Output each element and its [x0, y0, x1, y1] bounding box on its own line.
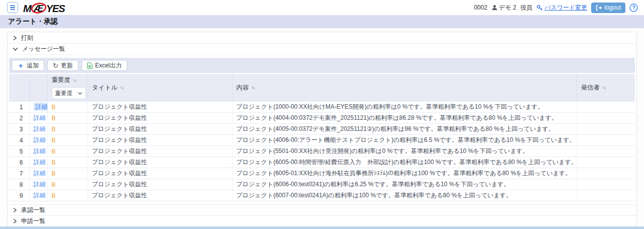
page-title: アラート・承認: [8, 17, 58, 26]
excel-export-button[interactable]: Excel出力: [82, 60, 127, 71]
user-name: デモ 2: [499, 4, 517, 12]
detail-cell: 詳細: [29, 179, 47, 190]
chevron-right-icon: [13, 207, 17, 213]
importance-cell: B: [47, 179, 88, 190]
detail-link[interactable]: 詳細: [34, 136, 46, 143]
importance-sort-header[interactable]: 重要度 ↑↓: [52, 76, 84, 85]
table-header-row: 重要度 ↑↓ 重要度 タイトル ↑↓: [9, 74, 635, 102]
question-icon: ?: [629, 4, 638, 12]
logout-icon: [596, 5, 602, 11]
table-row: 2 詳細 B プロジェクト収益性 プロジェクト(4004-00:0372デモ案件…: [9, 113, 635, 124]
chevron-down-icon: [13, 47, 18, 51]
importance-cell: B: [47, 168, 88, 179]
content-cell: プロジェクト(4004-00:0372デモ案件_20251121)の粗利率は86…: [232, 113, 577, 124]
hamburger-menu-button[interactable]: [7, 2, 18, 13]
content-cell: プロジェクト(6006-00:test0241)の粗利率は6.25 %です。基準…: [232, 179, 577, 190]
sender-cell: [577, 190, 635, 201]
sender-cell: [577, 124, 635, 135]
message-table: 重要度 ↑↓ 重要度 タイトル ↑↓: [9, 74, 635, 201]
plus-icon: ＋: [17, 62, 24, 69]
logo-text-yes: YES: [46, 3, 65, 14]
col-row-number: [9, 74, 29, 102]
page-title-bar: アラート・承認: [0, 15, 644, 28]
key-icon: [536, 5, 543, 11]
content-cell: プロジェクト(6005-00:時間管理/経費伝票入力 外部設計)の粗利率は100…: [232, 157, 577, 168]
user-role: 役員: [520, 4, 532, 12]
title-cell: プロジェクト収益性: [88, 113, 232, 124]
row-number-cell: 1: [9, 102, 29, 113]
section-dakoku[interactable]: 打刻: [8, 32, 636, 43]
sort-icon: ↑↓: [252, 85, 255, 90]
detail-link[interactable]: 詳細: [34, 181, 46, 188]
content-cell: プロジェクト(5501-00:XX社向け受注開発)の粗利率は0 %です。基準粗利…: [232, 146, 577, 157]
detail-link[interactable]: 詳細: [34, 147, 46, 155]
table-body: 1 詳細 B プロジェクト収益性 プロジェクト(1000-00:XX社向けMA-…: [9, 102, 635, 201]
sender-cell: [577, 113, 635, 124]
detail-link[interactable]: 詳細: [34, 192, 46, 199]
app-logo: M Æ YES: [23, 2, 65, 14]
content-sort-header[interactable]: 内容 ↑↓: [236, 84, 573, 92]
section-approvals[interactable]: 承認一覧: [8, 204, 636, 215]
detail-link[interactable]: 詳細: [34, 125, 46, 132]
sender-cell: [577, 102, 635, 113]
importance-cell: B: [47, 124, 88, 135]
row-number-cell: 2: [9, 113, 29, 124]
importance-cell: B: [47, 157, 88, 168]
detail-cell: 詳細: [29, 113, 47, 124]
importance-cell: B: [47, 102, 88, 113]
svg-text:?: ?: [632, 5, 635, 11]
user-name-item: デモ 2: [492, 4, 517, 12]
sort-icon: ↑↓: [120, 85, 124, 90]
importance-cell: B: [47, 190, 88, 201]
row-number-cell: 4: [9, 135, 29, 146]
hamburger-icon: [10, 5, 16, 11]
detail-link[interactable]: 詳細: [34, 114, 46, 121]
detail-cell: 詳細: [29, 124, 47, 135]
title-cell: プロジェクト収益性: [88, 168, 232, 179]
detail-link[interactable]: 詳細: [34, 103, 48, 111]
section-messages[interactable]: メッセージ一覧: [8, 43, 636, 54]
chevron-down-icon: [77, 92, 83, 95]
refresh-icon: ↻: [53, 62, 58, 69]
detail-link[interactable]: 詳細: [34, 170, 46, 177]
section-requests[interactable]: 申請一覧: [8, 215, 636, 226]
sort-icon: ↑↓: [602, 85, 606, 90]
detail-cell: 詳細: [29, 157, 47, 168]
section-label: 申請一覧: [21, 217, 45, 225]
title-cell: プロジェクト収益性: [88, 124, 232, 135]
detail-cell: 詳細: [29, 190, 47, 201]
logout-button[interactable]: logout: [591, 3, 625, 13]
person-icon: [492, 5, 498, 11]
title-cell: プロジェクト収益性: [88, 146, 232, 157]
sender-sort-header[interactable]: 発信者 ↑↓: [581, 84, 631, 92]
importance-filter-select[interactable]: 重要度: [52, 87, 86, 99]
row-number-cell: 7: [9, 168, 29, 179]
sender-cell: [577, 146, 635, 157]
col-sender: 発信者 ↑↓: [577, 74, 635, 102]
col-detail: [29, 74, 47, 102]
detail-cell: 詳細: [29, 168, 47, 179]
content-cell: プロジェクト(1000-00:XX社向けMA-EYES開発)の粗利率は0 %です…: [232, 102, 577, 113]
table-row: 9 詳細 B プロジェクト収益性 プロジェクト(6007-00:test0241…: [9, 190, 635, 201]
col-content: 内容 ↑↓: [232, 74, 577, 102]
detail-cell: 詳細: [29, 135, 47, 146]
user-code: 0002: [474, 4, 488, 11]
chevron-right-icon: [13, 218, 17, 224]
title-sort-header[interactable]: タイトル ↑↓: [92, 84, 228, 92]
logo-eye-icon: Æ: [31, 2, 47, 14]
importance-cell: B: [47, 146, 88, 157]
row-number-cell: 9: [9, 190, 29, 201]
add-button[interactable]: ＋ 追加: [12, 60, 44, 71]
importance-cell: B: [47, 135, 88, 146]
sender-cell: [577, 168, 635, 179]
help-button[interactable]: ?: [629, 4, 638, 12]
logo-text-m: M: [23, 3, 31, 14]
table-row: 5 詳細 B プロジェクト収益性 プロジェクト(5501-00:XX社向け受注開…: [9, 146, 635, 157]
sender-cell: [577, 179, 635, 190]
refresh-button[interactable]: ↻ 更新: [47, 60, 78, 71]
detail-link[interactable]: 詳細: [34, 159, 46, 166]
row-number-cell: 8: [9, 179, 29, 190]
title-cell: プロジェクト収益性: [88, 190, 232, 201]
content-cell: プロジェクト(6005-01:XX社向け海外駐在員事務所ｼｽﾃﾑ)の粗利率は10…: [232, 168, 577, 179]
password-change-link[interactable]: パスワード変更: [536, 4, 587, 12]
